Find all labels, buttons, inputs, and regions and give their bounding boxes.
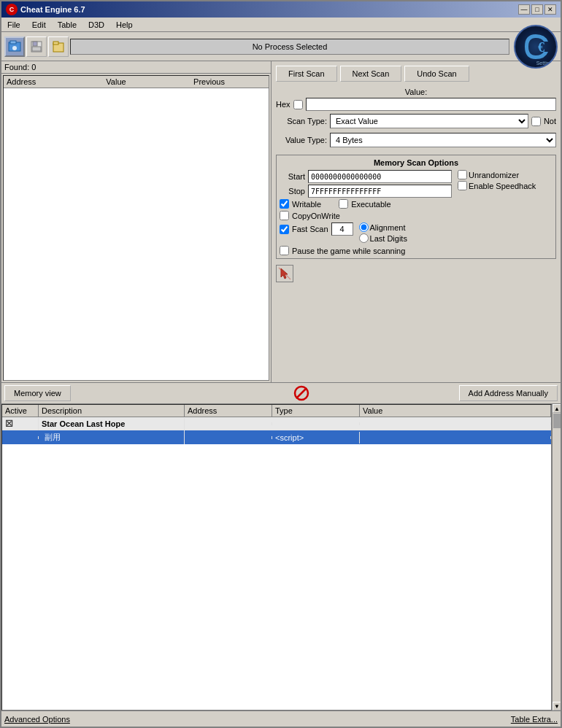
- stop-label: Stop: [280, 187, 305, 195]
- logo-text: Settings: [536, 61, 555, 66]
- alignment-section: Alignment Last Digits: [359, 222, 407, 243]
- table-row[interactable]: 副用 <script>: [2, 430, 551, 444]
- results-header: Address Value Previous: [4, 76, 269, 88]
- start-input[interactable]: [308, 170, 452, 183]
- not-checkbox[interactable]: [531, 117, 541, 126]
- scroll-track: [553, 413, 561, 702]
- col-type-header: Type: [272, 405, 360, 417]
- first-scan-button[interactable]: First Scan: [276, 66, 337, 82]
- speedhack-checkbox[interactable]: [458, 181, 467, 190]
- title-bar-left: C Cheat Engine 6.7: [6, 4, 85, 15]
- menu-help[interactable]: Help: [110, 19, 139, 31]
- add-address-manually-button[interactable]: Add Address Manually: [459, 385, 558, 401]
- col-address-header: Address: [7, 77, 80, 86]
- col-address-ct-header: Address: [185, 405, 272, 417]
- pause-row: Pause the game while scanning: [280, 246, 452, 255]
- speedhack-label: Enable Speedhack: [469, 182, 536, 190]
- unrandomizer-checkbox[interactable]: [458, 170, 467, 179]
- stop-input[interactable]: [308, 185, 452, 198]
- no-icon: [293, 384, 310, 402]
- status-left[interactable]: Advanced Options: [4, 715, 70, 724]
- menu-edit[interactable]: Edit: [26, 19, 52, 31]
- col-previous-header: Previous: [153, 77, 266, 86]
- stop-row: Stop: [280, 185, 452, 198]
- title-buttons: — □ ✕: [518, 4, 556, 15]
- main-window: C Cheat Engine 6.7 — □ ✕ File Edit Table…: [0, 0, 562, 728]
- row-desc-cell: Star Ocean Last Hope: [39, 418, 185, 430]
- process-text: No Process Selected: [253, 42, 328, 51]
- pointer-icon[interactable]: [276, 265, 293, 282]
- executable-checkbox[interactable]: [339, 199, 348, 209]
- hex-label: Hex: [276, 100, 290, 109]
- status-right[interactable]: Table Extra...: [511, 715, 558, 724]
- menu-table[interactable]: Table: [52, 19, 82, 31]
- group-checkbox-icon: ☒: [5, 419, 13, 429]
- svg-rect-5: [32, 47, 41, 51]
- col-value-header: Value: [80, 77, 153, 86]
- results-list[interactable]: [4, 88, 269, 344]
- maximize-button[interactable]: □: [531, 4, 543, 15]
- scan-type-select[interactable]: Exact Value Bigger than... Smaller than.…: [330, 114, 528, 128]
- row-type-cell: <script>: [272, 432, 360, 444]
- svg-rect-1: [10, 41, 16, 44]
- next-scan-button[interactable]: Next Scan: [340, 66, 402, 82]
- options-right: Unrandomizer Enable Speedhack: [458, 170, 553, 255]
- pause-checkbox[interactable]: [280, 246, 289, 255]
- menu-bar: File Edit Table D3D Help: [1, 18, 561, 32]
- scroll-thumb[interactable]: [553, 414, 561, 428]
- fast-scan-checkbox[interactable]: [280, 225, 289, 234]
- row-val-cell: [360, 422, 551, 425]
- cheat-table-header: Active Description Address Type Value: [2, 405, 551, 417]
- open-process-button[interactable]: [4, 36, 25, 57]
- results-panel: Found: 0 Address Value Previous: [1, 61, 272, 382]
- fast-scan-label: Fast Scan: [292, 225, 328, 233]
- ce-logo-icon: €: [517, 28, 554, 65]
- arrow-row: [276, 265, 556, 282]
- last-digits-radio: Last Digits: [359, 233, 407, 243]
- scan-buttons: First Scan Next Scan Undo Scan: [276, 66, 556, 82]
- scroll-up-button[interactable]: ▲: [553, 404, 561, 413]
- memory-view-button[interactable]: Memory view: [4, 385, 71, 401]
- found-label: Found: 0: [1, 61, 271, 74]
- value-type-select[interactable]: 1 Byte 2 Bytes 4 Bytes 8 Bytes Float Dou…: [330, 133, 556, 147]
- minimize-button[interactable]: —: [518, 4, 530, 15]
- start-label: Start: [280, 172, 305, 181]
- value-type-row: Value Type: 1 Byte 2 Bytes 4 Bytes 8 Byt…: [276, 133, 556, 147]
- bottom-toolbar: Memory view Add Address Manually: [1, 382, 561, 404]
- cheat-table-scrollbar[interactable]: ▲ ▼: [552, 404, 561, 710]
- close-button[interactable]: ✕: [544, 4, 556, 15]
- value-input[interactable]: [306, 98, 556, 111]
- save-button[interactable]: [26, 36, 47, 57]
- value-section: Value: Hex: [276, 88, 556, 111]
- save-icon: [30, 40, 43, 53]
- last-digits-radio-btn[interactable]: [359, 233, 369, 243]
- status-bar: Advanced Options Table Extra...: [1, 710, 561, 727]
- app-icon: C: [6, 4, 18, 15]
- unrandomizer-label: Unrandomizer: [469, 171, 519, 179]
- row-type-cell: [272, 422, 360, 425]
- table-row[interactable]: ☒ Star Ocean Last Hope: [2, 417, 551, 430]
- col-description-header: Description: [39, 405, 185, 417]
- writable-checkbox[interactable]: [280, 199, 289, 209]
- scan-type-row: Scan Type: Exact Value Bigger than... Sm…: [276, 114, 556, 128]
- load-button[interactable]: [48, 36, 69, 57]
- svg-line-11: [296, 388, 307, 398]
- alignment-radio-btn[interactable]: [359, 222, 369, 232]
- menu-d3d[interactable]: D3D: [82, 19, 110, 31]
- title-bar: C Cheat Engine 6.7 — □ ✕: [1, 1, 561, 18]
- menu-file[interactable]: File: [1, 19, 26, 31]
- undo-scan-button[interactable]: Undo Scan: [404, 66, 469, 82]
- fast-scan-row: Fast Scan: [280, 222, 353, 236]
- cheat-list[interactable]: ☒ Star Ocean Last Hope 副用 <: [2, 417, 551, 710]
- load-icon: [52, 40, 65, 53]
- scroll-down-button[interactable]: ▼: [553, 702, 561, 710]
- fast-scan-input[interactable]: [331, 222, 353, 236]
- copy-on-write-checkbox[interactable]: [280, 211, 289, 220]
- row-active-cell: [2, 436, 39, 439]
- memory-scan-title: Memory Scan Options: [280, 158, 553, 167]
- process-selector[interactable]: No Process Selected: [70, 39, 509, 55]
- row-val-cell: [360, 436, 551, 439]
- hex-checkbox[interactable]: [293, 100, 303, 109]
- scan-options-panel: First Scan Next Scan Undo Scan Value: He…: [272, 61, 561, 382]
- pointer-svg: [278, 267, 291, 280]
